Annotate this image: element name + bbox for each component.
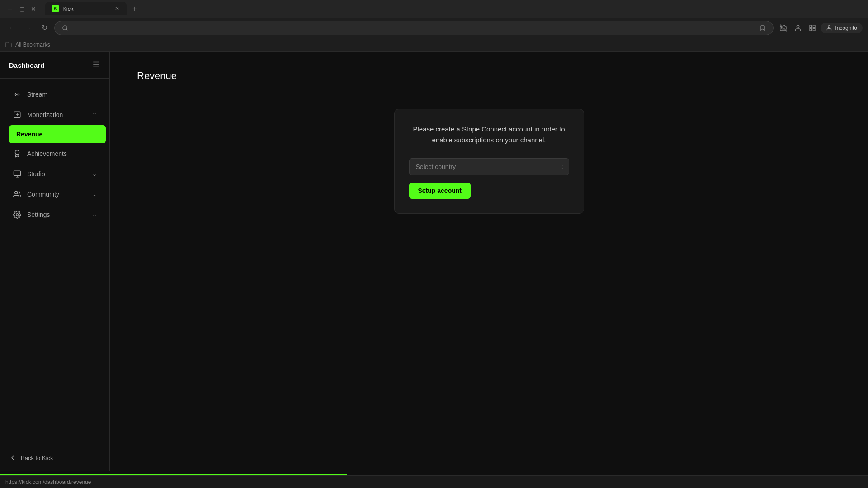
- sidebar-item-monetization-label: Monetization: [27, 111, 63, 118]
- address-bar[interactable]: kick.com/dashboard/revenue: [54, 21, 774, 35]
- monetization-icon: [13, 110, 22, 119]
- window-maximize[interactable]: ▢: [17, 5, 26, 14]
- svg-point-3: [797, 25, 799, 28]
- incognito-label: Incognito: [835, 25, 857, 31]
- sidebar-item-community[interactable]: Community ⌄: [4, 184, 106, 204]
- sidebar-item-studio-label: Studio: [27, 170, 45, 178]
- svg-rect-7: [810, 28, 812, 31]
- sidebar-item-stream[interactable]: Stream: [4, 84, 106, 104]
- setup-account-button[interactable]: Setup account: [409, 183, 471, 199]
- app-container: Dashboard Stream: [0, 52, 868, 471]
- tab-bar: K Kick ✕ +: [45, 3, 863, 15]
- reload-button[interactable]: ↻: [38, 22, 51, 34]
- page-title: Revenue: [137, 70, 841, 82]
- achievements-icon: [13, 149, 22, 158]
- status-url: https://kick.com/dashboard/revenue: [5, 479, 91, 485]
- country-select-wrapper: Select country United States United King…: [409, 158, 569, 175]
- window-close[interactable]: ✕: [29, 5, 38, 14]
- sidebar-item-achievements-label: Achievements: [27, 150, 67, 157]
- svg-point-18: [15, 191, 18, 194]
- stripe-description: Please create a Stripe Connect account i…: [409, 124, 569, 145]
- window-minimize[interactable]: ─: [5, 5, 14, 14]
- sidebar-item-achievements[interactable]: Achievements: [4, 144, 106, 164]
- svg-rect-5: [813, 25, 816, 28]
- community-icon: [13, 190, 22, 199]
- sidebar-header: Dashboard: [0, 52, 109, 79]
- sidebar-item-monetization[interactable]: Monetization ⌃: [4, 105, 106, 125]
- sidebar-toggle-button[interactable]: [92, 60, 100, 70]
- sidebar-footer: Back to Kick: [0, 444, 109, 471]
- monetization-chevron-icon: ⌃: [92, 112, 97, 118]
- svg-line-1: [66, 29, 68, 30]
- sidebar: Dashboard Stream: [0, 52, 110, 471]
- back-arrow-icon: [9, 454, 16, 461]
- settings-icon: [13, 210, 22, 219]
- studio-chevron-icon: ⌄: [92, 171, 97, 177]
- back-button[interactable]: ←: [5, 22, 18, 34]
- new-tab-button[interactable]: +: [128, 3, 141, 15]
- sidebar-item-revenue[interactable]: Revenue: [9, 125, 106, 143]
- camera-off-icon[interactable]: [777, 22, 790, 34]
- incognito-button[interactable]: Incognito: [821, 23, 863, 33]
- forward-button[interactable]: →: [22, 22, 34, 34]
- browser-toolbar: ← → ↻ kick.com/dashboard/revenue: [0, 18, 868, 38]
- sidebar-navigation: Stream Monetization ⌃ Revenue: [0, 79, 109, 444]
- settings-chevron-icon: ⌄: [92, 211, 97, 218]
- svg-rect-15: [14, 171, 21, 176]
- bookmarks-bar: All Bookmarks: [0, 38, 868, 52]
- back-to-kick-label: Back to Kick: [21, 455, 53, 461]
- sidebar-item-studio[interactable]: Studio ⌄: [4, 164, 106, 184]
- sidebar-item-stream-label: Stream: [27, 91, 47, 98]
- sidebar-item-revenue-label: Revenue: [16, 131, 42, 138]
- url-input[interactable]: kick.com/dashboard/revenue: [72, 24, 756, 31]
- sidebar-title: Dashboard: [9, 61, 44, 69]
- bookmarks-folder-icon: [5, 42, 12, 48]
- tab-favicon: K: [52, 5, 59, 12]
- stream-icon: [13, 90, 22, 99]
- svg-point-12: [17, 94, 18, 95]
- browser-titlebar: ─ ▢ ✕ K Kick ✕ +: [0, 0, 868, 18]
- community-chevron-icon: ⌄: [92, 191, 97, 197]
- svg-rect-6: [813, 28, 816, 31]
- profile-icon[interactable]: [792, 22, 804, 34]
- active-tab[interactable]: K Kick ✕: [45, 2, 127, 15]
- sidebar-item-community-label: Community: [27, 191, 59, 198]
- back-to-kick-button[interactable]: Back to Kick: [4, 450, 106, 466]
- tab-close-button[interactable]: ✕: [114, 5, 120, 13]
- svg-rect-4: [810, 25, 812, 28]
- sidebar-item-settings[interactable]: Settings ⌄: [4, 205, 106, 225]
- bookmark-icon[interactable]: [760, 25, 766, 31]
- revenue-card: Please create a Stripe Connect account i…: [394, 109, 584, 214]
- status-bar: https://kick.com/dashboard/revenue: [0, 475, 868, 488]
- country-select[interactable]: Select country United States United King…: [409, 158, 569, 175]
- toolbar-actions: Incognito: [777, 22, 863, 34]
- bookmarks-label: All Bookmarks: [15, 42, 50, 48]
- svg-point-8: [828, 25, 830, 28]
- extensions-icon[interactable]: [806, 22, 819, 34]
- sidebar-item-settings-label: Settings: [27, 211, 50, 218]
- svg-point-19: [16, 214, 19, 216]
- svg-point-0: [63, 25, 67, 29]
- window-controls: ─ ▢ ✕: [5, 5, 38, 14]
- tab-title: Kick: [62, 5, 74, 12]
- main-content: Revenue Please create a Stripe Connect a…: [110, 52, 868, 471]
- studio-icon: [13, 169, 22, 178]
- browser-chrome: ─ ▢ ✕ K Kick ✕ + ← → ↻ kick.com/dashboar…: [0, 0, 868, 52]
- svg-point-14: [15, 150, 19, 155]
